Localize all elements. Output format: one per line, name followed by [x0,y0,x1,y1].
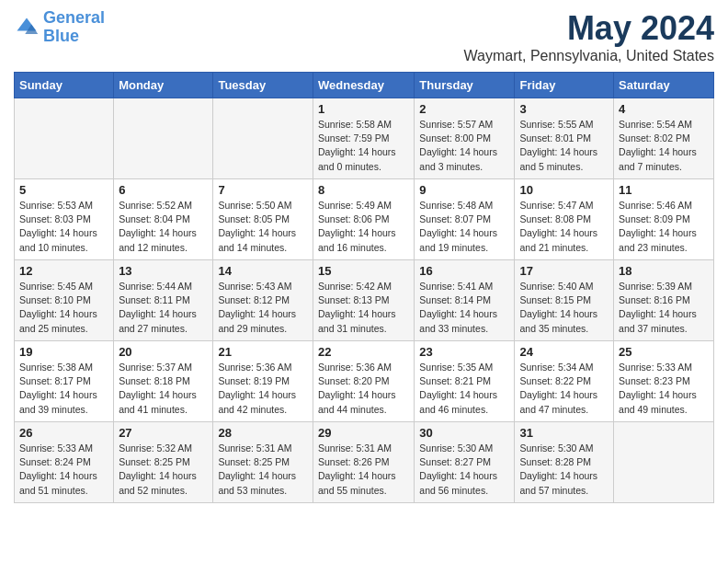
logo-line1: General [43,8,105,27]
calendar-cell: 18Sunrise: 5:39 AMSunset: 8:16 PMDayligh… [614,260,714,341]
calendar-cell: 3Sunrise: 5:55 AMSunset: 8:01 PMDaylight… [515,98,614,179]
month-title: May 2024 [464,9,714,48]
day-info: Sunrise: 5:38 AMSunset: 8:17 PMDaylight:… [19,361,108,417]
location: Waymart, Pennsylvania, United States [464,48,714,64]
header-row: SundayMondayTuesdayWednesdayThursdayFrid… [15,73,714,98]
day-info: Sunrise: 5:31 AMSunset: 8:26 PMDaylight:… [318,442,409,498]
day-info: Sunrise: 5:54 AMSunset: 8:02 PMDaylight:… [619,118,709,174]
day-info: Sunrise: 5:47 AMSunset: 8:08 PMDaylight:… [519,199,609,255]
day-number: 28 [218,426,308,440]
day-info: Sunrise: 5:37 AMSunset: 8:18 PMDaylight:… [119,361,208,417]
day-number: 23 [419,345,509,359]
calendar-header: SundayMondayTuesdayWednesdayThursdayFrid… [15,73,714,98]
calendar-cell: 6Sunrise: 5:52 AMSunset: 8:04 PMDaylight… [114,179,213,260]
calendar-table: SundayMondayTuesdayWednesdayThursdayFrid… [14,72,714,503]
day-info: Sunrise: 5:52 AMSunset: 8:04 PMDaylight:… [119,199,208,255]
calendar-cell: 11Sunrise: 5:46 AMSunset: 8:09 PMDayligh… [614,179,714,260]
day-number: 7 [218,183,308,197]
day-number: 13 [119,264,208,278]
day-number: 1 [318,102,409,116]
calendar-cell: 20Sunrise: 5:37 AMSunset: 8:18 PMDayligh… [114,341,213,422]
day-info: Sunrise: 5:53 AMSunset: 8:03 PMDaylight:… [19,199,108,255]
logo-line2: Blue [43,27,79,45]
calendar-row: 1Sunrise: 5:58 AMSunset: 7:59 PMDaylight… [15,98,714,179]
calendar-cell: 22Sunrise: 5:36 AMSunset: 8:20 PMDayligh… [313,341,414,422]
calendar-cell: 16Sunrise: 5:41 AMSunset: 8:14 PMDayligh… [415,260,515,341]
calendar-cell: 17Sunrise: 5:40 AMSunset: 8:15 PMDayligh… [515,260,614,341]
calendar-row: 12Sunrise: 5:45 AMSunset: 8:10 PMDayligh… [15,260,714,341]
calendar-cell: 28Sunrise: 5:31 AMSunset: 8:25 PMDayligh… [213,422,313,503]
day-info: Sunrise: 5:58 AMSunset: 7:59 PMDaylight:… [318,118,409,174]
calendar-cell: 26Sunrise: 5:33 AMSunset: 8:24 PMDayligh… [15,422,114,503]
day-info: Sunrise: 5:49 AMSunset: 8:06 PMDaylight:… [318,199,409,255]
calendar-cell: 9Sunrise: 5:48 AMSunset: 8:07 PMDaylight… [415,179,515,260]
day-number: 6 [119,183,208,197]
day-info: Sunrise: 5:40 AMSunset: 8:15 PMDaylight:… [519,280,609,336]
calendar-cell: 8Sunrise: 5:49 AMSunset: 8:06 PMDaylight… [313,179,414,260]
day-number: 27 [119,426,208,440]
calendar-cell: 19Sunrise: 5:38 AMSunset: 8:17 PMDayligh… [15,341,114,422]
day-info: Sunrise: 5:35 AMSunset: 8:21 PMDaylight:… [419,361,509,417]
logo: General Blue [14,9,105,46]
calendar-cell [614,422,714,503]
day-number: 26 [19,426,108,440]
calendar-cell: 29Sunrise: 5:31 AMSunset: 8:26 PMDayligh… [313,422,414,503]
day-number: 21 [218,345,308,359]
weekday-header-tuesday: Tuesday [213,73,313,98]
calendar-cell: 10Sunrise: 5:47 AMSunset: 8:08 PMDayligh… [515,179,614,260]
day-info: Sunrise: 5:48 AMSunset: 8:07 PMDaylight:… [419,199,509,255]
calendar-row: 26Sunrise: 5:33 AMSunset: 8:24 PMDayligh… [15,422,714,503]
day-number: 19 [19,345,108,359]
day-info: Sunrise: 5:44 AMSunset: 8:11 PMDaylight:… [119,280,208,336]
day-info: Sunrise: 5:57 AMSunset: 8:00 PMDaylight:… [419,118,509,174]
day-info: Sunrise: 5:41 AMSunset: 8:14 PMDaylight:… [419,280,509,336]
calendar-cell: 27Sunrise: 5:32 AMSunset: 8:25 PMDayligh… [114,422,213,503]
day-number: 17 [519,264,609,278]
day-info: Sunrise: 5:36 AMSunset: 8:20 PMDaylight:… [318,361,409,417]
weekday-header-saturday: Saturday [614,73,714,98]
logo-icon [14,15,40,40]
day-info: Sunrise: 5:33 AMSunset: 8:24 PMDaylight:… [19,442,108,498]
day-info: Sunrise: 5:32 AMSunset: 8:25 PMDaylight:… [119,442,208,498]
calendar-body: 1Sunrise: 5:58 AMSunset: 7:59 PMDaylight… [15,98,714,503]
day-info: Sunrise: 5:39 AMSunset: 8:16 PMDaylight:… [619,280,709,336]
calendar-cell: 1Sunrise: 5:58 AMSunset: 7:59 PMDaylight… [313,98,414,179]
calendar-cell [15,98,114,179]
weekday-header-friday: Friday [515,73,614,98]
calendar-cell: 23Sunrise: 5:35 AMSunset: 8:21 PMDayligh… [415,341,515,422]
day-number: 30 [419,426,509,440]
day-number: 14 [218,264,308,278]
title-area: May 2024 Waymart, Pennsylvania, United S… [464,9,714,64]
day-info: Sunrise: 5:46 AMSunset: 8:09 PMDaylight:… [619,199,709,255]
day-info: Sunrise: 5:50 AMSunset: 8:05 PMDaylight:… [218,199,308,255]
calendar-cell: 30Sunrise: 5:30 AMSunset: 8:27 PMDayligh… [415,422,515,503]
calendar-cell: 24Sunrise: 5:34 AMSunset: 8:22 PMDayligh… [515,341,614,422]
day-number: 29 [318,426,409,440]
calendar-cell: 25Sunrise: 5:33 AMSunset: 8:23 PMDayligh… [614,341,714,422]
calendar-cell: 2Sunrise: 5:57 AMSunset: 8:00 PMDaylight… [415,98,515,179]
weekday-header-sunday: Sunday [15,73,114,98]
day-info: Sunrise: 5:45 AMSunset: 8:10 PMDaylight:… [19,280,108,336]
day-info: Sunrise: 5:31 AMSunset: 8:25 PMDaylight:… [218,442,308,498]
calendar-cell: 21Sunrise: 5:36 AMSunset: 8:19 PMDayligh… [213,341,313,422]
day-number: 24 [519,345,609,359]
day-info: Sunrise: 5:33 AMSunset: 8:23 PMDaylight:… [619,361,709,417]
calendar-cell: 13Sunrise: 5:44 AMSunset: 8:11 PMDayligh… [114,260,213,341]
calendar-cell: 4Sunrise: 5:54 AMSunset: 8:02 PMDaylight… [614,98,714,179]
weekday-header-monday: Monday [114,73,213,98]
day-number: 20 [119,345,208,359]
day-number: 9 [419,183,509,197]
day-number: 15 [318,264,409,278]
day-info: Sunrise: 5:55 AMSunset: 8:01 PMDaylight:… [519,118,609,174]
day-number: 25 [619,345,709,359]
day-number: 3 [519,102,609,116]
day-info: Sunrise: 5:43 AMSunset: 8:12 PMDaylight:… [218,280,308,336]
calendar-row: 19Sunrise: 5:38 AMSunset: 8:17 PMDayligh… [15,341,714,422]
day-number: 2 [419,102,509,116]
day-number: 4 [619,102,709,116]
calendar-cell: 14Sunrise: 5:43 AMSunset: 8:12 PMDayligh… [213,260,313,341]
weekday-header-wednesday: Wednesday [313,73,414,98]
day-info: Sunrise: 5:34 AMSunset: 8:22 PMDaylight:… [519,361,609,417]
calendar-cell: 15Sunrise: 5:42 AMSunset: 8:13 PMDayligh… [313,260,414,341]
calendar-cell [114,98,213,179]
